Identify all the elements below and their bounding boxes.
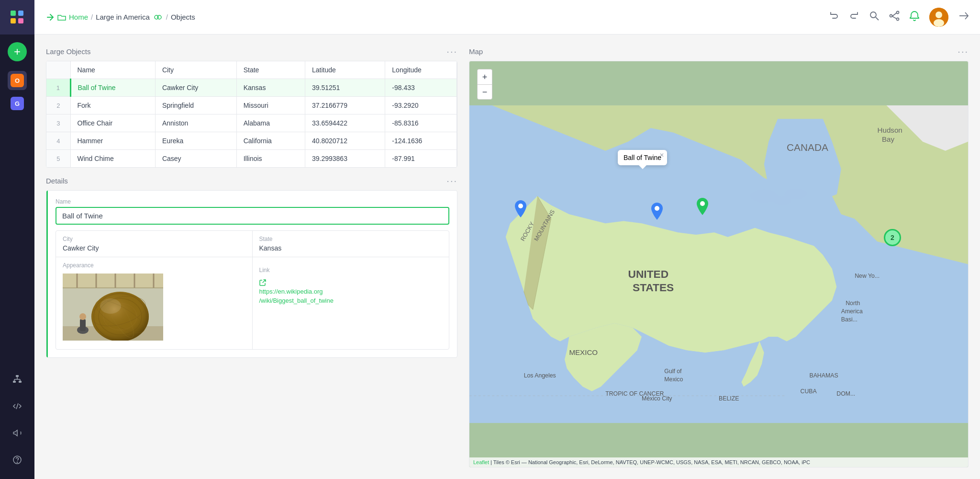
map-container[interactable]: CANADA Hudson Bay UNITED STATES ROCKY MO… bbox=[469, 61, 969, 468]
svg-text:North: North bbox=[846, 300, 860, 307]
table-row[interactable]: 4 Hammer Eureka California 40.8020712 -1… bbox=[46, 132, 457, 150]
table-row[interactable]: 5 Wind Chime Casey Illinois 39.2993863 -… bbox=[46, 150, 457, 168]
svg-text:America: America bbox=[841, 308, 863, 315]
details-section: Name City Cawker City State Kansas bbox=[46, 190, 457, 358]
zoom-out-button[interactable]: − bbox=[477, 84, 492, 100]
state-value: Kansas bbox=[259, 244, 443, 252]
col-header-name: Name bbox=[70, 61, 155, 79]
link-label: Link bbox=[259, 267, 443, 274]
map-marker-kansas[interactable] bbox=[651, 203, 663, 222]
map-popup: ✕ Ball of Twine bbox=[618, 150, 667, 165]
cluster-marker[interactable]: 2 bbox=[884, 229, 901, 246]
large-objects-section: Large Objects ··· Name City State Latitu… bbox=[46, 46, 457, 168]
row-name[interactable]: Fork bbox=[70, 97, 155, 114]
row-city: Springfield bbox=[155, 97, 236, 114]
svg-text:BELIZE: BELIZE bbox=[719, 395, 739, 402]
row-name[interactable]: Ball of Twine bbox=[70, 79, 155, 97]
announce-icon bbox=[12, 428, 22, 438]
link-url[interactable]: https://en.wikipedia.org /wiki/Biggest_b… bbox=[259, 278, 443, 304]
details-header: Details ··· bbox=[46, 175, 457, 186]
notifications-button[interactable] bbox=[909, 11, 920, 23]
popup-close-button[interactable]: ✕ bbox=[659, 152, 664, 159]
row-latitude: 39.51251 bbox=[305, 79, 385, 97]
link-external-icon bbox=[259, 278, 268, 286]
table-row[interactable]: 1 Ball of Twine Cawker City Kansas 39.51… bbox=[46, 79, 457, 97]
svg-point-47 bbox=[784, 188, 807, 199]
row-index: 2 bbox=[46, 97, 70, 114]
row-name[interactable]: Office Chair bbox=[70, 114, 155, 132]
app-logo[interactable] bbox=[0, 0, 34, 34]
appearance-cell: Appearance bbox=[56, 257, 253, 349]
svg-text:Hudson: Hudson bbox=[878, 126, 902, 134]
breadcrumb-objects[interactable]: Objects bbox=[171, 13, 195, 21]
link-cell: Link https://en.wikipedia.org bbox=[253, 257, 449, 349]
sidebar-item-announce[interactable] bbox=[8, 423, 27, 443]
details-grid: City Cawker City State Kansas Appearance bbox=[56, 230, 449, 350]
pin-kansas bbox=[651, 203, 663, 220]
state-label: State bbox=[259, 236, 443, 242]
zoom-in-button[interactable]: + bbox=[477, 69, 492, 84]
svg-point-21 bbox=[934, 19, 944, 27]
row-state: Missouri bbox=[236, 97, 305, 114]
col-header-index bbox=[46, 61, 70, 79]
appearance-image-wrap bbox=[56, 274, 252, 349]
svg-text:México City: México City bbox=[642, 395, 672, 402]
code-icon bbox=[12, 401, 22, 411]
pin-california bbox=[515, 200, 526, 217]
col-header-state: State bbox=[236, 61, 305, 79]
svg-point-11 bbox=[157, 15, 161, 19]
row-latitude: 33.6594422 bbox=[305, 114, 385, 132]
appearance-label-wrap: Appearance bbox=[56, 257, 252, 274]
map-background: CANADA Hudson Bay UNITED STATES ROCKY MO… bbox=[469, 61, 968, 467]
svg-text:BAHAMAS: BAHAMAS bbox=[809, 372, 838, 379]
table-row[interactable]: 2 Fork Springfield Missouri 37.2166779 -… bbox=[46, 97, 457, 114]
help-icon bbox=[12, 455, 22, 465]
name-input[interactable] bbox=[56, 207, 449, 225]
map-marker-california[interactable] bbox=[515, 200, 526, 219]
logo-grid bbox=[11, 11, 24, 24]
svg-point-14 bbox=[897, 11, 899, 14]
breadcrumb-project[interactable]: Large in America bbox=[96, 13, 150, 21]
sidebar-item-g[interactable]: G bbox=[8, 94, 27, 113]
logo-dot-4 bbox=[18, 18, 23, 23]
row-longitude: -93.2920 bbox=[385, 97, 457, 114]
sidebar-item-help[interactable] bbox=[8, 450, 27, 469]
collapse-button[interactable] bbox=[958, 11, 969, 23]
row-name[interactable]: Hammer bbox=[70, 132, 155, 150]
link-label-wrap: Link bbox=[259, 262, 443, 278]
svg-point-16 bbox=[897, 18, 899, 21]
leaflet-link[interactable]: Leaflet bbox=[473, 459, 489, 465]
redo-button[interactable] bbox=[849, 11, 859, 23]
svg-text:Bay: Bay bbox=[882, 135, 895, 143]
collapse-icon bbox=[958, 11, 969, 21]
search-button[interactable] bbox=[869, 11, 880, 23]
share-button[interactable] bbox=[889, 11, 900, 23]
add-button[interactable]: + bbox=[8, 42, 27, 61]
map-marker-selected[interactable] bbox=[697, 198, 708, 217]
user-avatar[interactable] bbox=[929, 8, 948, 27]
notifications-icon bbox=[909, 11, 920, 21]
row-city: Cawker City bbox=[155, 79, 236, 97]
breadcrumb-home[interactable]: Home bbox=[69, 13, 88, 21]
svg-point-9 bbox=[17, 462, 18, 463]
svg-rect-2 bbox=[19, 381, 22, 383]
map-title: Map bbox=[469, 47, 483, 56]
svg-line-17 bbox=[892, 13, 897, 16]
breadcrumb: Home / Large in America / Objects bbox=[46, 13, 829, 22]
details-more[interactable]: ··· bbox=[446, 175, 457, 186]
external-link-icon bbox=[259, 279, 266, 286]
sidebar-item-hierarchy[interactable] bbox=[8, 370, 27, 389]
large-objects-more[interactable]: ··· bbox=[446, 46, 457, 57]
undo-button[interactable] bbox=[829, 11, 839, 23]
sidebar-item-code[interactable] bbox=[8, 397, 27, 416]
map-more[interactable]: ··· bbox=[958, 46, 969, 57]
details-section-wrapper: Details ··· Name City Cawker City State … bbox=[46, 175, 457, 358]
main-content: Large Objects ··· Name City State Latitu… bbox=[34, 34, 980, 479]
svg-line-13 bbox=[876, 17, 879, 20]
table-row[interactable]: 3 Office Chair Anniston Alabama 33.65944… bbox=[46, 114, 457, 132]
row-latitude: 37.2166779 bbox=[305, 97, 385, 114]
sidebar-item-o[interactable]: O bbox=[8, 71, 27, 90]
row-name[interactable]: Wind Chime bbox=[70, 150, 155, 168]
row-city: Anniston bbox=[155, 114, 236, 132]
undo-icon bbox=[829, 11, 839, 21]
